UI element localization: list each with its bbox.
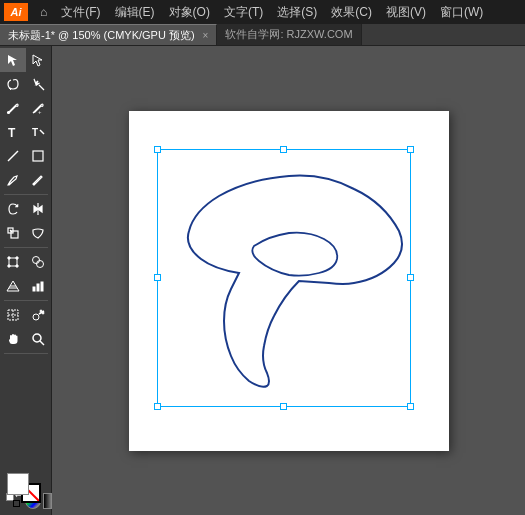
default-fill-stroke-icon[interactable]: ↩ [6, 493, 20, 507]
rectangle-tool[interactable] [26, 144, 52, 168]
svg-line-5 [40, 130, 44, 134]
svg-text:+: + [38, 109, 42, 115]
menu-edit[interactable]: 编辑(E) [109, 2, 161, 23]
svg-line-6 [8, 151, 18, 161]
scale-tool[interactable] [0, 221, 26, 245]
tool-row-9 [0, 250, 51, 274]
bar-chart-tool[interactable] [26, 274, 52, 298]
zoom-tool[interactable] [26, 327, 52, 351]
rotate-tool[interactable] [0, 197, 26, 221]
svg-rect-22 [33, 287, 35, 291]
color-area: ↩ ⊘ [0, 469, 51, 515]
paintbrush-tool[interactable] [0, 168, 26, 192]
svg-point-30 [42, 312, 44, 314]
svg-line-0 [39, 85, 44, 90]
airplane-artwork [159, 151, 409, 406]
svg-point-31 [33, 334, 41, 342]
warp-tool[interactable] [26, 221, 52, 245]
svg-point-29 [40, 310, 42, 312]
canvas-area[interactable] [52, 46, 525, 515]
menu-file[interactable]: 文件(F) [55, 2, 106, 23]
magic-wand-tool[interactable] [26, 72, 52, 96]
tab-inactive-label: 软件自学网: RJZXW.COM [225, 27, 352, 42]
main-layout: + T T [0, 46, 525, 515]
separator-4 [4, 353, 48, 354]
fill-swatch[interactable] [7, 473, 29, 495]
tool-row-4: T T [0, 120, 51, 144]
svg-point-17 [16, 265, 18, 267]
reflect-tool[interactable] [26, 197, 52, 221]
slice-tool[interactable] [0, 303, 26, 327]
artboard [129, 111, 449, 451]
menu-type[interactable]: 文字(T) [218, 2, 269, 23]
separator-1 [4, 194, 48, 195]
separator-2 [4, 247, 48, 248]
tab-inactive[interactable]: 软件自学网: RJZXW.COM [217, 24, 361, 45]
tool-row-2 [0, 72, 51, 96]
perspective-grid-tool[interactable] [0, 274, 26, 298]
svg-point-1 [7, 112, 9, 114]
svg-text:T: T [32, 127, 38, 138]
tool-row-8 [0, 221, 51, 245]
svg-rect-24 [41, 282, 43, 291]
line-tool[interactable] [0, 144, 26, 168]
gradient-icon[interactable] [43, 493, 52, 509]
type-tool[interactable]: T [0, 120, 26, 144]
svg-point-28 [33, 314, 39, 320]
tab-close-button[interactable]: × [203, 30, 209, 41]
touch-type-tool[interactable]: T [26, 120, 52, 144]
tool-row-12 [0, 327, 51, 351]
tool-row-6 [0, 168, 51, 192]
tool-row-7 [0, 197, 51, 221]
svg-rect-10 [11, 231, 18, 238]
svg-point-19 [37, 261, 44, 268]
tool-row-1 [0, 48, 51, 72]
shape-builder-tool[interactable] [26, 250, 52, 274]
tool-row-3: + [0, 96, 51, 120]
symbol-sprayer-tool[interactable] [26, 303, 52, 327]
menu-select[interactable]: 选择(S) [271, 2, 323, 23]
svg-text:T: T [8, 126, 16, 139]
separator-3 [4, 300, 48, 301]
pen-tool[interactable] [0, 96, 26, 120]
svg-point-18 [33, 257, 40, 264]
left-toolbar: + T T [0, 46, 52, 515]
svg-point-14 [8, 257, 10, 259]
direct-selection-tool[interactable] [26, 48, 52, 72]
tool-row-11 [0, 303, 51, 327]
svg-line-12 [10, 230, 12, 232]
menu-window[interactable]: 窗口(W) [434, 2, 489, 23]
menu-view[interactable]: 视图(V) [380, 2, 432, 23]
hand-tool[interactable] [0, 327, 26, 351]
svg-rect-7 [33, 151, 43, 161]
lasso-tool[interactable] [0, 72, 26, 96]
svg-point-16 [8, 265, 10, 267]
pencil-tool[interactable] [26, 168, 52, 192]
app-logo: Ai [4, 3, 28, 21]
menu-effect[interactable]: 效果(C) [325, 2, 378, 23]
tab-active-label: 未标题-1* @ 150% (CMYK/GPU 预览) [8, 28, 195, 43]
tool-row-5 [0, 144, 51, 168]
svg-line-32 [40, 341, 44, 345]
svg-point-15 [16, 257, 18, 259]
menu-home-icon[interactable]: ⌂ [34, 3, 53, 21]
free-transform-tool[interactable] [0, 250, 26, 274]
selection-tool[interactable] [0, 48, 26, 72]
tab-active[interactable]: 未标题-1* @ 150% (CMYK/GPU 预览) × [0, 24, 217, 45]
menu-object[interactable]: 对象(O) [163, 2, 216, 23]
svg-rect-23 [37, 284, 39, 291]
add-anchor-tool[interactable]: + [26, 96, 52, 120]
tool-row-10 [0, 274, 51, 298]
tab-bar: 未标题-1* @ 150% (CMYK/GPU 预览) × 软件自学网: RJZ… [0, 24, 525, 46]
menu-bar: Ai ⌂ 文件(F) 编辑(E) 对象(O) 文字(T) 选择(S) 效果(C)… [0, 0, 525, 24]
